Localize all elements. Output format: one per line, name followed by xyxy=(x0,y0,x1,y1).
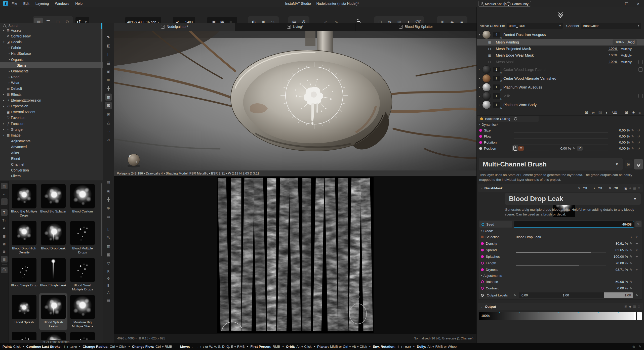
layer-stack-button[interactable] xyxy=(634,159,643,169)
asset-item-blood-drop-leak[interactable]: Blood Drop Leak xyxy=(39,221,67,250)
tree-expand-arrow[interactable]: ▸ xyxy=(2,93,6,96)
asset-item-partial[interactable] xyxy=(10,332,38,340)
asset-item-blood-single-leak[interactable]: Blood Single Leak xyxy=(39,258,67,287)
randomize-icon[interactable]: ⇄ xyxy=(636,147,642,150)
paste-tool[interactable]: ▣ xyxy=(105,68,112,75)
add-layer-icon[interactable]: ◈ xyxy=(632,110,635,115)
udim-dropdown[interactable]: udim_1001 ▾ xyxy=(507,23,563,29)
picker-tool[interactable]: ⊕ xyxy=(105,76,112,83)
display-tool[interactable]: ▭ xyxy=(105,128,112,135)
channel-toggle-b[interactable]: B xyxy=(107,283,109,288)
slider-track[interactable] xyxy=(516,278,606,285)
channel-dropdown[interactable]: BaseColor ▾ xyxy=(581,23,641,29)
edit-icon[interactable]: ✎ xyxy=(628,280,634,284)
slider-track[interactable] xyxy=(516,266,606,273)
tree-expand-arrow[interactable]: ▸ xyxy=(8,47,11,49)
randomize-icon[interactable]: ⇄ xyxy=(636,141,642,144)
asset-item-blood-splash-leaks[interactable]: Blood Splash Leaks xyxy=(39,293,67,330)
tree-item-channel[interactable]: Channel xyxy=(0,161,103,167)
parameter-value[interactable]: 82.65 % xyxy=(608,248,628,252)
slider-track[interactable] xyxy=(514,127,608,133)
tree-expand-arrow[interactable]: ▸ xyxy=(2,128,6,131)
tree-expand-arrow[interactable]: ▸ xyxy=(2,105,6,107)
zoom-tool[interactable]: ⊕ xyxy=(105,205,112,212)
stamp-tool[interactable]: ▦ xyxy=(105,94,112,101)
tree-expand-arrow[interactable]: ▸ xyxy=(8,81,11,84)
parameter-value[interactable]: 0.00 % xyxy=(608,286,628,290)
paste-tool[interactable]: ▣ xyxy=(105,188,112,195)
menu-help[interactable]: Help xyxy=(75,2,83,6)
layer-enable-checkbox[interactable] xyxy=(638,94,643,98)
layer-opacity-value[interactable]: 100% xyxy=(608,47,618,51)
projection-tool[interactable]: ▩ xyxy=(105,102,112,109)
layer-opacity-value[interactable]: 100% xyxy=(608,60,618,64)
tree-item-expression[interactable]: ▸√xExpression xyxy=(0,103,103,109)
layer-opacity-value[interactable]: 100% xyxy=(615,40,624,44)
blood-section-header[interactable]: ▾ Blood* xyxy=(478,228,642,234)
expand-arrow-icon[interactable]: ▸ xyxy=(477,86,482,89)
menu-file[interactable]: File xyxy=(11,2,18,6)
close-button[interactable]: × xyxy=(636,2,640,6)
layer-row-mesh-painting[interactable]: ⊡Mesh Painting100%Add xyxy=(477,39,644,46)
edit-icon[interactable]: ✎ xyxy=(628,261,634,265)
asset-item-blood-splash[interactable]: Blood Splash xyxy=(10,295,38,324)
tree-item-function[interactable]: ▸ƒFunction xyxy=(0,121,103,126)
layer-row-cedar-wood-large-faded[interactable]: ▸1Cedar Wood Large Faded xyxy=(477,65,644,74)
slider-track[interactable] xyxy=(516,285,606,291)
maximize-button[interactable]: ▢ xyxy=(624,1,629,6)
frame-tool[interactable]: ▯ xyxy=(105,226,112,233)
link-icon[interactable]: ∞ xyxy=(592,110,595,115)
edit-icon[interactable]: ✎ xyxy=(571,147,577,150)
reset-icon[interactable]: ↩ xyxy=(634,242,640,245)
viewport-2d[interactable] xyxy=(114,176,476,334)
tree-item-blend[interactable]: Blend xyxy=(0,156,103,161)
fill-tool[interactable]: ▯ xyxy=(105,51,112,58)
layer-enable-checkbox[interactable] xyxy=(638,60,643,64)
tiling-tool[interactable]: ▩ xyxy=(105,251,112,258)
channel-toggle-g[interactable]: G xyxy=(107,276,110,281)
randomize-icon[interactable]: ⇄ xyxy=(636,135,642,138)
menu-windows[interactable]: Windows xyxy=(54,2,70,6)
tree-item-control-flow[interactable]: ⋔Control Flow xyxy=(0,33,103,39)
edit-icon[interactable]: ✎ xyxy=(630,147,636,150)
tree-item-organic[interactable]: ▾Organic xyxy=(0,57,103,62)
texture-canvas[interactable] xyxy=(217,177,374,333)
atom-box-icon[interactable]: ▣ xyxy=(624,186,627,190)
asset-item-blood-multiple-drops[interactable]: Blood Multiple Drops xyxy=(68,221,97,254)
brushmask-toggle-contrast-icon[interactable]: ◐Off xyxy=(594,186,602,190)
expand-arrow-icon[interactable]: ▸ xyxy=(477,68,482,71)
community-button[interactable]: Community xyxy=(504,1,531,7)
parameter-value[interactable]: 70.00 % xyxy=(608,261,628,265)
pattern-icon[interactable]: ▩ xyxy=(1,240,8,247)
shape-tool[interactable]: △ xyxy=(105,119,112,126)
tab-nudelpainter[interactable]: Nudelpainter* xyxy=(114,23,235,31)
tree-item-default[interactable]: ▭Default xyxy=(0,86,103,92)
reset-icon[interactable]: ↩ xyxy=(634,235,640,239)
crop-icon[interactable]: ⊡ xyxy=(585,110,588,115)
seed-input[interactable]: 49458 xyxy=(514,221,634,228)
eraser-icon[interactable]: ⌫ xyxy=(612,110,617,115)
tree-expand-arrow[interactable]: ▸ xyxy=(2,122,6,125)
tree-item-effects[interactable]: ▸▤Effects xyxy=(0,92,103,97)
grid-icon[interactable]: ⊞ xyxy=(1,248,8,255)
add-folder-icon[interactable]: ⊞ xyxy=(625,110,628,115)
edit-icon[interactable]: ✎ xyxy=(634,293,640,297)
reset-icon[interactable]: ↩ xyxy=(634,255,640,258)
expand-arrow-icon[interactable]: ▸ xyxy=(477,104,482,106)
layer-row-milk[interactable]: ▸1Milk xyxy=(477,92,644,100)
edit-icon[interactable]: ✎ xyxy=(628,286,634,290)
tab-bloodbigsplatter[interactable]: Blood Big Splatter xyxy=(356,23,476,31)
dynamics-header[interactable]: ▾ Dynamics* xyxy=(477,122,644,127)
blend-mode-value[interactable]: Multiply xyxy=(621,60,637,64)
edit-icon[interactable]: ✎ xyxy=(630,128,636,132)
asset-item-partial[interactable] xyxy=(39,332,67,340)
hierarchy-icon[interactable]: ⊢ xyxy=(1,198,8,205)
tree-item-elementexpression[interactable]: ▸√ElementExpression xyxy=(0,97,103,103)
asset-item-partial[interactable] xyxy=(68,332,97,340)
tree-item-assets[interactable]: ▸⊞Assets xyxy=(0,27,103,33)
edit-icon[interactable]: ✎ xyxy=(630,141,636,144)
tree-expand-arrow[interactable]: ▾ xyxy=(2,134,6,137)
cells-icon[interactable]: ▦ xyxy=(1,256,8,262)
parameter-value[interactable]: 50.00 % xyxy=(608,280,628,284)
image-icon[interactable]: ▦ xyxy=(633,305,636,308)
